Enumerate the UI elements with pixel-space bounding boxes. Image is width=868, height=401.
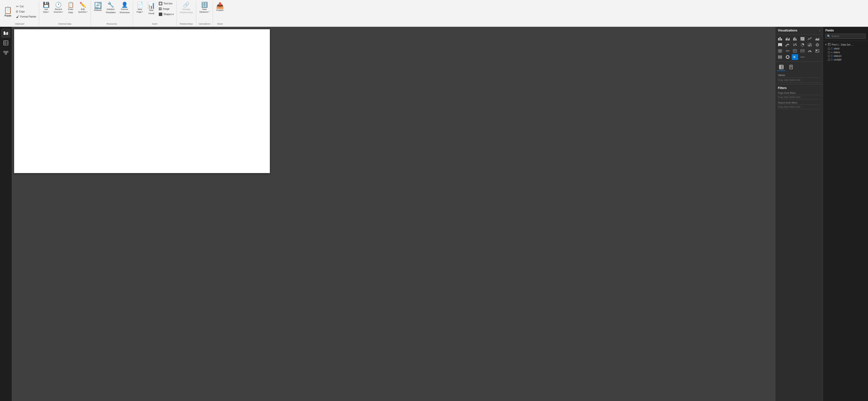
- page-level-filter-drop[interactable]: Drag data fields here: [778, 95, 820, 99]
- resources-group: 🔄 Refresh 🔧 Solution Templates 👤 Partner…: [91, 1, 133, 26]
- viz-card[interactable]: [792, 48, 798, 54]
- report-level-filter-drop[interactable]: Drag data fields here: [778, 105, 820, 109]
- paste-button[interactable]: 📋 Paste: [1, 1, 14, 22]
- solution-templates-button[interactable]: 🔧 Solution Templates: [104, 1, 117, 15]
- viz-waterfall[interactable]: [784, 42, 791, 48]
- viz-r-visual[interactable]: R: [792, 54, 798, 60]
- viz-scatter[interactable]: [792, 42, 798, 48]
- viz-format-tab[interactable]: [787, 63, 796, 71]
- viz-fields-tab[interactable]: [777, 63, 786, 71]
- fields-search-input[interactable]: [832, 35, 864, 37]
- viz-stacked-col[interactable]: [792, 36, 798, 42]
- svg-point-66: [786, 56, 789, 58]
- manage-relationships-button[interactable]: 🔗 Manage Relationships: [178, 1, 195, 15]
- field-label-status: status: [833, 51, 840, 54]
- viz-more[interactable]: [799, 54, 806, 60]
- chevron-down-icon: ▾: [62, 11, 63, 13]
- refresh-button[interactable]: 🔄 Refresh: [92, 1, 103, 13]
- chevron-down-icon: ▾: [209, 11, 210, 13]
- viz-panel-chevron-icon[interactable]: ›: [819, 29, 820, 32]
- viz-donut[interactable]: [784, 54, 791, 60]
- viz-area-chart[interactable]: [814, 36, 820, 42]
- get-data-button[interactable]: 💾 Get Data ▾: [41, 1, 52, 15]
- field-checkbox-usubjid[interactable]: [828, 58, 830, 61]
- svg-rect-54: [793, 50, 797, 52]
- svg-rect-65: [778, 58, 782, 58]
- field-item-usubjid[interactable]: Σ usubjid: [824, 58, 867, 61]
- new-measure-button[interactable]: 🔢 New Measure ▾: [198, 1, 211, 15]
- viz-values-drop-zone[interactable]: Drag data fields here: [778, 78, 820, 83]
- svg-rect-26: [801, 38, 803, 39]
- svg-rect-28: [801, 39, 801, 40]
- field-label-statusn: statusn: [834, 55, 841, 57]
- field-checkbox-status[interactable]: [828, 51, 830, 54]
- viz-100-bar[interactable]: [799, 36, 806, 42]
- viz-matrix[interactable]: [777, 48, 783, 54]
- shapes-button[interactable]: ⬛ Shapes ▾: [157, 12, 175, 17]
- svg-point-68: [801, 57, 801, 58]
- viz-table[interactable]: [799, 48, 806, 54]
- sidebar-item-data[interactable]: [1, 38, 10, 47]
- svg-rect-42: [810, 43, 812, 45]
- dataset-print1: ▼ Print 1 - Data Set ... Σ siteid: [824, 42, 867, 61]
- svg-rect-9: [5, 53, 7, 54]
- viz-map[interactable]: [814, 42, 820, 48]
- format-painter-button[interactable]: 🖌 Format Painter: [15, 14, 37, 19]
- manage-relationships-icon: 🔗: [183, 2, 189, 7]
- ribbon: 📋 Paste ✂ Cut ⎘ Copy 🖌 Format Painter: [0, 0, 868, 27]
- cut-button[interactable]: ✂ Cut: [15, 4, 37, 9]
- enter-data-button[interactable]: 📋 Enter Data: [65, 1, 76, 15]
- field-item-status[interactable]: ≡ status: [824, 51, 867, 54]
- svg-point-69: [802, 57, 803, 58]
- partner-showcase-button[interactable]: 👤 Partner Showcase: [118, 1, 131, 15]
- new-visual-button[interactable]: 📊 New Visual: [146, 1, 157, 16]
- viz-stacked-bar[interactable]: [777, 36, 783, 42]
- text-box-button[interactable]: 🔲 Text box: [157, 1, 175, 6]
- viz-kpi[interactable]: KPI: [784, 48, 791, 54]
- right-panels: Visualizations ›: [775, 27, 868, 401]
- new-page-button[interactable]: 📄 New Page ▾: [134, 1, 145, 15]
- svg-rect-1: [6, 32, 7, 35]
- partner-showcase-icon: 👤: [121, 2, 128, 7]
- field-checkbox-siteid[interactable]: [828, 48, 830, 50]
- dataset-header[interactable]: ▼ Print 1 - Data Set ...: [824, 42, 867, 47]
- recent-sources-button[interactable]: 🕐 Recent Sources ▾: [52, 1, 65, 15]
- sidebar-item-report[interactable]: [1, 29, 10, 37]
- viz-image[interactable]: [814, 48, 820, 54]
- viz-icons-grid: KPI: [775, 34, 823, 62]
- viz-treemap[interactable]: [807, 42, 813, 48]
- viz-clustered-bar[interactable]: [784, 36, 791, 42]
- filters-section: Filters Page level filters Drag data fie…: [775, 84, 823, 113]
- field-item-statusn[interactable]: Σ statusn: [824, 54, 867, 58]
- viz-ribbon[interactable]: [777, 42, 783, 48]
- viz-line-chart[interactable]: [807, 36, 813, 42]
- fields-search-box[interactable]: 🔍: [826, 34, 866, 39]
- field-checkbox-statusn[interactable]: [828, 55, 830, 57]
- visualizations-panel: Visualizations ›: [775, 27, 823, 401]
- image-button[interactable]: 🖼 Image: [157, 6, 175, 11]
- new-page-icon: 📄: [136, 2, 143, 7]
- edit-queries-button[interactable]: ✏️ Edit Queries ▾: [76, 1, 89, 15]
- svg-rect-16: [787, 37, 787, 40]
- svg-rect-3: [4, 41, 8, 45]
- svg-point-39: [796, 44, 797, 44]
- insert-group: 📄 New Page ▾ 📊 New Visual: [133, 1, 177, 26]
- text-box-icon: 🔲: [159, 2, 162, 5]
- main-layout: Visualizations ›: [0, 27, 868, 401]
- field-label-siteid: siteid: [834, 47, 839, 50]
- viz-gauge[interactable]: [807, 48, 813, 54]
- copy-button[interactable]: ⎘ Copy: [15, 9, 37, 14]
- publish-button[interactable]: 📤 Publish: [214, 1, 225, 13]
- canvas-area[interactable]: [12, 27, 775, 401]
- svg-rect-20: [793, 38, 794, 40]
- svg-point-36: [795, 44, 796, 45]
- svg-rect-17: [788, 39, 788, 40]
- svg-text:KPI: KPI: [786, 50, 789, 52]
- svg-rect-2: [7, 32, 8, 35]
- sidebar-item-relationships[interactable]: [1, 48, 10, 57]
- viz-pie[interactable]: [799, 42, 806, 48]
- viz-slicer[interactable]: [777, 54, 783, 60]
- svg-rect-80: [828, 43, 831, 46]
- svg-rect-22: [796, 38, 797, 40]
- field-item-siteid[interactable]: Σ siteid: [824, 47, 867, 51]
